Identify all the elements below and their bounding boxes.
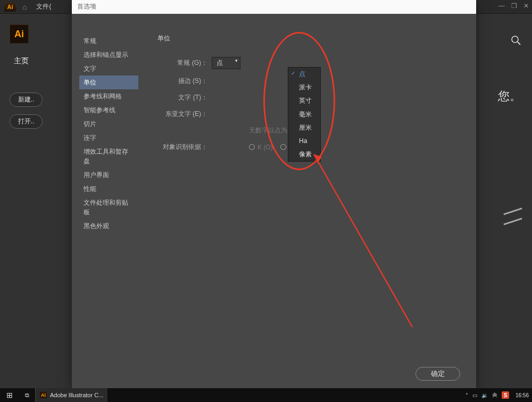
window-minimize[interactable]: — [498,2,505,10]
ime-indicator[interactable]: 央 [492,391,497,399]
home-icon[interactable]: ⌂ [22,3,27,11]
dropdown-option[interactable]: 派卡 [288,81,320,94]
preferences-dialog: 首选项 常规选择和锚点显示文字单位参考线和网格智能参考线切片连字增效工具和暂存盘… [72,0,476,388]
dropdown-option[interactable]: 英寸 [288,94,320,107]
preferences-category-list: 常规选择和锚点显示文字单位参考线和网格智能参考线切片连字增效工具和暂存盘用户界面… [72,14,138,388]
sogou-ime-icon[interactable]: S [502,391,509,399]
category-item[interactable]: 智能参考线 [79,103,138,117]
category-item[interactable]: 用户界面 [79,168,138,182]
category-item[interactable]: 性能 [79,182,138,196]
ok-button[interactable]: 确定 [415,367,460,381]
category-item[interactable]: 参考线和网格 [79,89,138,103]
section-title: 单位 [157,34,460,43]
tray-chevron-icon[interactable]: ˄ [466,392,468,398]
category-item[interactable]: 单位 [79,76,138,89]
units-dropdown-menu: 点派卡英寸毫米厘米Ha像素 [288,67,321,162]
combo-general-units[interactable]: 点 [212,57,240,69]
start-button[interactable]: ⊞ [0,391,19,399]
category-item[interactable]: 切片 [79,117,138,131]
app-logo-large: Ai [10,24,29,44]
label-object-id: 对象识别依据： [154,143,207,152]
menu-file[interactable]: 文件( [36,2,51,11]
taskbar-item-illustrator[interactable]: Ai Adobe Illustrator C... [35,388,107,402]
taskbar-clock[interactable]: 16:56 [516,392,529,398]
category-item[interactable]: 常规 [79,34,138,48]
task-view-icon[interactable]: ⧉ [19,392,35,399]
window-close[interactable]: ✕ [523,2,529,10]
taskbar-app-label: Adobe Illustrator C... [50,392,103,398]
dropdown-option[interactable]: Ha [288,135,320,148]
app-logo-small: Ai [4,2,16,12]
category-item[interactable]: 黑色外观 [79,219,138,233]
tray-action-center-icon[interactable]: ▭ [472,392,477,398]
radio-obj-k-label: K (O) [257,144,273,151]
label-general-units: 常规 (G)： [154,58,207,68]
search-icon[interactable] [511,35,521,48]
taskbar-ai-icon: Ai [40,392,47,398]
svg-point-0 [512,36,518,43]
label-stroke-units: 描边 (S)： [154,77,207,86]
home-left-panel: Ai 主页 新建.. 打开.. [0,14,72,388]
tray-volume-icon[interactable]: 🔉 [481,392,488,398]
system-tray: ˄ ▭ 🔉 央 S 16:56 [466,391,529,399]
label-asian-type-units: 东亚文字 (E)： [154,110,207,119]
dropdown-option[interactable]: 毫米 [288,108,320,121]
svg-line-1 [518,42,520,45]
category-item[interactable]: 文字 [79,62,138,76]
category-item[interactable]: 增效工具和暂存盘 [79,145,138,168]
label-type-units: 文字 (T)： [154,93,207,102]
new-button[interactable]: 新建.. [10,93,43,107]
home-label[interactable]: 主页 [14,56,62,66]
dropdown-option[interactable]: 厘米 [288,121,320,135]
welcome-text-fragment: 您。 [498,88,521,104]
category-item[interactable]: 文件处理和剪贴板 [79,196,138,219]
category-item[interactable]: 连字 [79,131,138,145]
open-button[interactable]: 打开.. [10,114,43,129]
dialog-titlebar[interactable]: 首选项 [72,0,476,14]
windows-taskbar: ⊞ ⧉ Ai Adobe Illustrator C... ˄ ▭ 🔉 央 S … [0,388,532,402]
category-item[interactable]: 选择和锚点显示 [79,48,138,62]
right-side-panel: 您。 [495,14,532,388]
window-restore[interactable]: ❐ [511,2,517,10]
dropdown-option[interactable]: 点 [288,68,320,81]
dropdown-option[interactable]: 像素 [288,148,320,161]
radio-object-name[interactable]: K (O) [249,144,273,151]
decorative-lines [503,211,522,231]
